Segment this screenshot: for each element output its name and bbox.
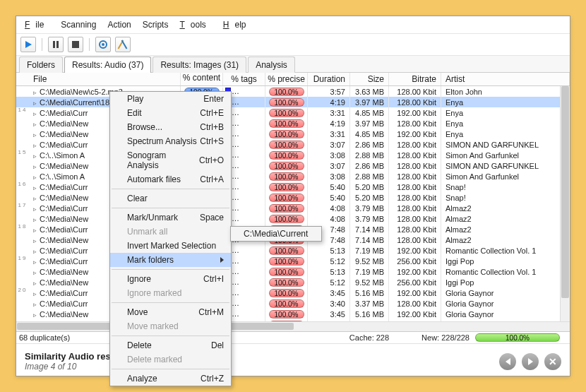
menu-item-edit[interactable]: EditCtrl+E: [110, 106, 231, 120]
table-row[interactable]: ▹C:\Media\Curr100.0%100.0%3:403.37 MB128…: [16, 298, 570, 309]
menu-item-ignore[interactable]: IgnoreCtrl+I: [110, 272, 231, 286]
menu-item-label: Move marked: [127, 321, 179, 331]
table-row[interactable]: ▹C:\Media\New\c5-2.mp3100.0%100.0%100.0%…: [16, 86, 570, 97]
horizontal-scrollbar[interactable]: [16, 321, 570, 331]
menu-file[interactable]: File: [19, 18, 55, 32]
menu-item-clear[interactable]: Clear: [110, 191, 231, 206]
table-row[interactable]: ▹C:\..\Simon A100.0%100.0%3:082.88 MB128…: [16, 171, 570, 182]
menu-item-sonogram-analysis[interactable]: Sonogram AnalysisCtrl+O: [110, 148, 231, 172]
vertical-scrollbar[interactable]: [560, 86, 570, 321]
menu-item-analyze[interactable]: AnalyzeCtrl+Z: [110, 372, 231, 386]
menu-item-mark-unmark[interactable]: Mark/UnmarkSpace: [110, 210, 231, 225]
cell-precise: 100.0%: [265, 129, 308, 140]
menu-item-delete[interactable]: DeleteDel: [110, 338, 231, 352]
table-row[interactable]: ▹C:\Media\Current\18 - May It Be.mp3100.…: [16, 97, 570, 107]
col-tags[interactable]: % tags: [223, 73, 265, 85]
menu-scripts[interactable]: Scripts: [137, 18, 174, 32]
stop-button[interactable]: [68, 37, 83, 52]
menu-item-move[interactable]: MoveCtrl+M: [110, 305, 231, 319]
expand-icon[interactable]: ▹: [33, 216, 37, 223]
expand-icon[interactable]: ▹: [33, 121, 37, 128]
precise-bar: 100.0%: [269, 162, 304, 170]
expand-icon[interactable]: ▹: [33, 163, 37, 170]
expand-icon[interactable]: ▹: [33, 131, 37, 138]
expand-icon[interactable]: ▹: [33, 237, 37, 244]
expand-icon[interactable]: ▹: [33, 259, 37, 266]
table-row[interactable]: ▹C:\Media\New100.0%100.0%5:129.52 MB256.…: [16, 277, 570, 287]
table-row[interactable]: ▹C:\Media\Curr100.0%100.0%5:137.19 MB192…: [16, 245, 570, 256]
table-row[interactable]: ▹C:\Media\New100.0%100.0%4:193.97 MB128.…: [16, 118, 570, 129]
table-row[interactable]: ▹C:\Media\New100.0%100.0%5:405.20 MB128.…: [16, 192, 570, 203]
menu-item-automark-files[interactable]: Automark filesCtrl+A: [110, 172, 231, 186]
expand-icon[interactable]: ▹: [33, 227, 37, 234]
submenu-item[interactable]: C:\Media\Current: [231, 227, 321, 241]
next-image-button[interactable]: [522, 353, 539, 370]
table-row[interactable]: ▹C:\Media\Curr100.0%100.0%3:072.86 MB128…: [16, 139, 570, 150]
play-button[interactable]: [20, 37, 36, 52]
expand-icon[interactable]: ▹: [33, 100, 37, 107]
tab-bar: Folders Results: Audio (37) Results: Ima…: [16, 56, 570, 72]
table-row[interactable]: ▹C:\Media\Curr85.5%100.0%3:314.85 MB192.…: [16, 107, 570, 118]
table-row[interactable]: ▹C:\Media\New100.0%100.0%4:083.79 MB128.…: [16, 213, 570, 224]
menu-item-browse-[interactable]: Browse...Ctrl+B: [110, 120, 231, 134]
grid-body[interactable]: ▹C:\Media\New\c5-2.mp3100.0%100.0%100.0%…: [16, 86, 570, 321]
col-precise[interactable]: % precise: [265, 73, 308, 85]
expand-icon[interactable]: ▹: [33, 195, 37, 202]
expand-icon[interactable]: ▹: [33, 206, 37, 213]
expand-icon[interactable]: ▹: [33, 89, 37, 96]
tab-analysis[interactable]: Analysis: [248, 57, 295, 73]
expand-icon[interactable]: ▹: [33, 311, 37, 319]
menu-item-play[interactable]: PlayEnter: [110, 92, 231, 106]
expand-icon[interactable]: ▹: [33, 174, 37, 181]
expand-icon[interactable]: ▹: [33, 269, 37, 276]
table-row[interactable]: ▹C:\Media\New93.0%100.0%3:314.85 MB192.0…: [16, 129, 570, 139]
col-size[interactable]: Size: [350, 73, 389, 85]
tab-folders[interactable]: Folders: [19, 57, 63, 73]
menu-item-spectrum-analysis[interactable]: Spectrum AnalysisCtrl+S: [110, 134, 231, 148]
table-row[interactable]: ▹C:\Media\Curr100.0%100.0%5:405.20 MB128…: [16, 182, 570, 192]
menu-help[interactable]: Help: [217, 18, 258, 32]
menu-action[interactable]: Action: [102, 18, 136, 32]
close-button[interactable]: ✕: [544, 353, 561, 370]
tab-results-images[interactable]: Results: Images (31): [153, 57, 246, 73]
table-row[interactable]: ▹C:\..\Simon A100.0%100.0%3:082.88 MB128…: [16, 150, 570, 160]
context-submenu[interactable]: C:\Media\Current: [230, 226, 322, 242]
cell-size: 7.14 MB: [350, 224, 389, 235]
menu-item-accel: Space: [200, 213, 224, 222]
col-artist[interactable]: Artist: [441, 73, 570, 85]
precise-bar: 100.0%: [269, 289, 304, 297]
menu-item-mark-folders[interactable]: Mark folders: [110, 253, 231, 267]
expand-icon[interactable]: ▹: [33, 301, 37, 308]
table-row[interactable]: ▹C:\Media\New100.0%100.0%3:403.37 MB128.…: [16, 319, 570, 321]
expand-icon[interactable]: ▹: [33, 290, 37, 297]
expand-icon[interactable]: ▹: [33, 142, 37, 149]
expand-icon[interactable]: ▹: [33, 184, 37, 191]
table-row[interactable]: ▹C:\Media\Curr100.0%100.0%3:455.16 MB192…: [16, 287, 570, 298]
menu-item-label: Move: [127, 307, 148, 317]
prev-image-button[interactable]: [499, 353, 516, 370]
table-row[interactable]: ▹C:\Media\New100.0%100.0%3:455.16 MB192.…: [16, 309, 570, 319]
expand-icon[interactable]: ▹: [33, 110, 37, 117]
pause-button[interactable]: [48, 37, 64, 52]
menu-item-accel: Ctrl+E: [200, 108, 224, 118]
table-row[interactable]: ▹C:\Media\New100.0%100.0%5:137.19 MB192.…: [16, 266, 570, 277]
table-row[interactable]: ▹C:\Media\New100.0%100.0%3:072.86 MB128.…: [16, 160, 570, 171]
menu-scanning[interactable]: Scanning: [55, 18, 102, 32]
col-duration[interactable]: Duration: [308, 73, 350, 85]
table-row[interactable]: ▹C:\Media\Curr100.0%100.0%4:083.79 MB128…: [16, 203, 570, 213]
expand-icon[interactable]: ▹: [33, 280, 37, 287]
cell-duration: 3:08: [308, 171, 350, 182]
expand-icon[interactable]: ▹: [33, 153, 37, 160]
menu-item-invert-marked-selection[interactable]: Invert Marked Selection: [110, 239, 231, 253]
settings-button[interactable]: [95, 37, 111, 52]
context-menu[interactable]: PlayEnterEditCtrl+EBrowse...Ctrl+BSpectr…: [109, 91, 232, 386]
table-row[interactable]: ▹C:\Media\Curr100.0%100.0%5:129.52 MB256…: [16, 256, 570, 266]
tools-button[interactable]: [115, 37, 131, 52]
cell-precise: 100.0%: [265, 97, 308, 108]
col-bitrate[interactable]: Bitrate: [389, 73, 441, 85]
col-file[interactable]: File: [16, 73, 181, 85]
col-content[interactable]: % content: [181, 73, 223, 85]
menu-tools[interactable]: Tools: [174, 18, 217, 32]
tab-results-audio[interactable]: Results: Audio (37): [64, 57, 151, 73]
expand-icon[interactable]: ▹: [33, 248, 37, 255]
